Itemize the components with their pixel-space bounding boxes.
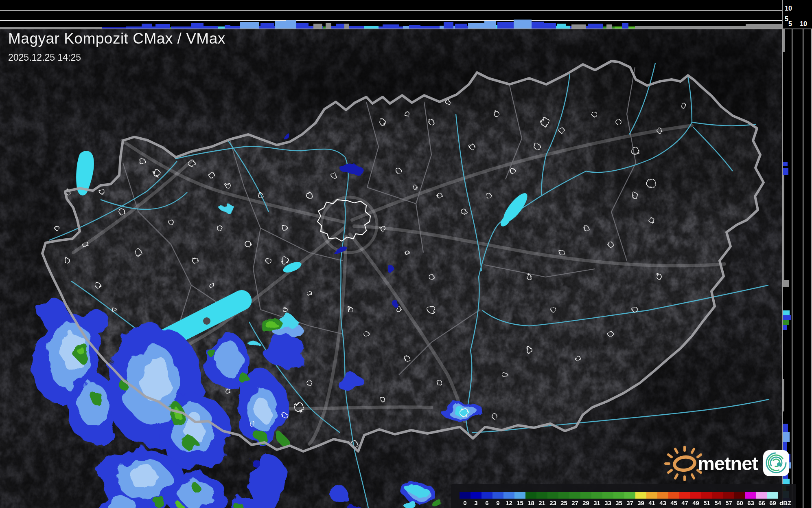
page-title: Magyar Kompozit CMax / VMax (8, 30, 225, 47)
legend-cell (492, 492, 503, 499)
precip-echo-green (91, 391, 101, 405)
echo-side-bar (783, 432, 790, 442)
precip-echo-navy (392, 301, 399, 306)
legend-tick-labels: 0369121518212325272931333537394143454749… (460, 499, 794, 506)
legend-tick-label: 35 (613, 499, 624, 506)
distance-gridline-5km (792, 29, 792, 508)
legend-tick-label: 69 (767, 499, 778, 506)
distance-axis-label-5: 5 (788, 20, 792, 28)
precip-echo-green (208, 348, 215, 357)
legend-tick-label: 45 (668, 499, 679, 506)
echo-top-bar (484, 21, 496, 29)
echo-top-bar (240, 22, 259, 29)
right-vertical-profile-strip (782, 29, 812, 508)
echo-top-bar (286, 20, 296, 29)
echo-side-bar (783, 280, 789, 286)
legend-tick-label: 29 (580, 499, 591, 506)
precip-echo-navy (248, 457, 258, 464)
echo-top-bar (344, 24, 349, 29)
echo-side-bar (783, 320, 789, 325)
echo-top-bar (225, 25, 230, 29)
legend-tick-label: 60 (734, 499, 745, 506)
echo-top-bar (275, 21, 286, 29)
legend-cell (580, 492, 591, 499)
precip-echo-navy (340, 163, 361, 175)
legend-cell (712, 492, 723, 499)
terrain-profile-bar (635, 26, 746, 29)
legend-tick-label: 57 (723, 499, 734, 506)
precip-echo-pale (183, 413, 205, 439)
legend-tick-label: 47 (679, 499, 690, 506)
legend-tick-label: 66 (756, 499, 767, 506)
terrain-profile-bar (783, 29, 785, 52)
precip-echo-royal (339, 372, 363, 394)
top-vertical-profile-strip (0, 0, 782, 29)
legend-cell (514, 492, 525, 499)
tihany-peninsula (203, 317, 210, 325)
terrain-profile-bar (746, 24, 782, 29)
legend-cell (745, 492, 756, 499)
precip-echo-pale (255, 399, 270, 420)
legend-cell (471, 492, 482, 499)
distance-gridline-edge (811, 29, 812, 508)
radar-composite-image: 10 5 5 10 Magyar Kompozit CMax / VMax 20… (0, 0, 812, 508)
legend-cell (646, 492, 657, 499)
echo-top-bar (336, 24, 344, 29)
metnet-app-icon (763, 450, 790, 477)
precip-echo-bright_green (78, 347, 85, 355)
legend-cell (701, 492, 712, 499)
title-block: Magyar Kompozit CMax / VMax 2025.12.25 1… (8, 30, 225, 63)
legend-cell (756, 492, 767, 499)
precip-echo-green (240, 374, 249, 384)
precip-echo-green (191, 484, 200, 491)
legend-tick-label: 31 (591, 499, 602, 506)
legend-cell (536, 492, 547, 499)
legend-tick-label: 43 (657, 499, 668, 506)
legend-cell (657, 492, 668, 499)
legend-cell (679, 492, 690, 499)
legend-tick-label: 12 (503, 499, 514, 506)
echo-top-bar (409, 25, 420, 29)
legend-tick-label: 39 (635, 499, 646, 506)
legend-tick-label: 54 (712, 499, 723, 506)
terrain-profile-bar (783, 175, 784, 281)
echo-top-bar (455, 24, 467, 29)
dbz-color-scale-legend: 0369121518212325272931333537394143454749… (451, 484, 796, 508)
legend-tick-label: 33 (602, 499, 613, 506)
echo-side-bar (783, 168, 788, 175)
echo-top-bar (606, 24, 612, 29)
metnet-logo: metnet (664, 446, 790, 481)
precip-echo-cyan (248, 340, 258, 346)
echo-top-bar (155, 24, 170, 29)
echo-top-bar (102, 27, 126, 29)
legend-tick-label: 18 (525, 499, 536, 506)
precip-echo-green (255, 430, 266, 442)
precip-echo-green (185, 437, 197, 453)
echo-top-bar (514, 20, 532, 29)
legend-tick-label: 25 (558, 499, 569, 506)
legend-color-bar (460, 492, 778, 499)
terrain-profile-bar (783, 379, 784, 411)
height-gridline-10km (0, 10, 782, 11)
echo-side-bar (783, 315, 791, 320)
echo-side-bar (783, 310, 790, 315)
precip-echo-navy (387, 268, 396, 273)
precip-echo-royal (264, 335, 306, 367)
precip-echo-navy (282, 130, 288, 139)
echo-side-bar (783, 162, 788, 166)
legend-cell (569, 492, 580, 499)
precip-echo-royal (330, 488, 350, 503)
echo-top-bar (313, 24, 322, 29)
echo-top-bar (571, 24, 586, 29)
precip-echo-mid (77, 383, 108, 425)
legend-cell (460, 492, 471, 499)
precip-echo-pale (129, 466, 158, 488)
echo-side-bar (783, 325, 787, 330)
legend-tick-label: 15 (514, 499, 525, 506)
legend-tick-label: 6 (482, 499, 492, 506)
legend-tick-label: 0 (460, 499, 471, 506)
timestamp: 2025.12.25 14:25 (8, 52, 225, 63)
legend-tick-label: 27 (569, 499, 580, 506)
metnet-wordmark: metnet (698, 452, 758, 475)
precip-echo-royal (39, 297, 67, 330)
